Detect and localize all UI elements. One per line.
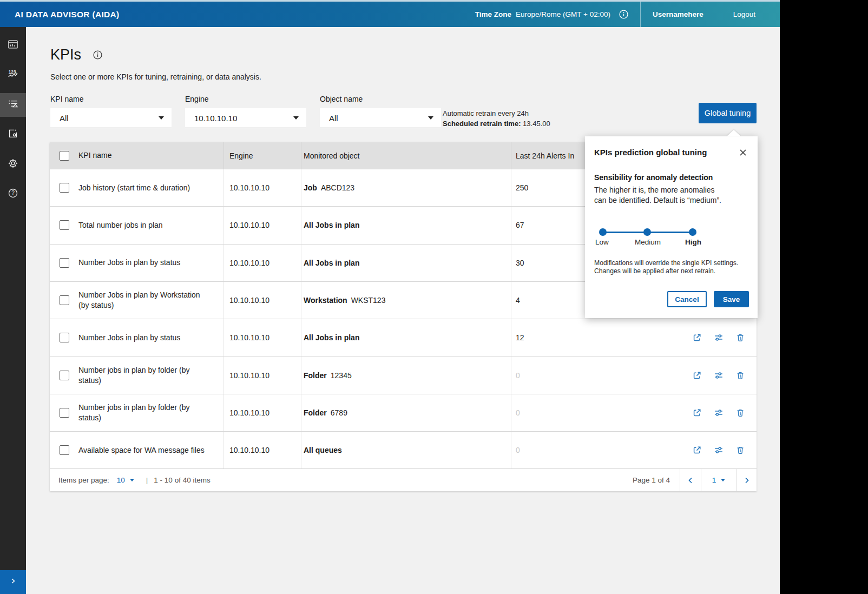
filter-engine-select[interactable]: 10.10.10.10: [185, 108, 306, 128]
sidebar-item-help[interactable]: ?: [0, 182, 26, 206]
kpi-numbers-icon: 123.: [7, 68, 19, 82]
save-button[interactable]: Save: [714, 291, 749, 307]
row-actions: [635, 394, 757, 431]
pagination-bar: Items per page: 10 | 1 - 10 of 40 items …: [50, 468, 757, 491]
open-kpi-icon[interactable]: [692, 370, 702, 381]
table-row: Number Jobs in plan by status10.10.10.10…: [50, 319, 757, 356]
sidebar-item-engine-config[interactable]: [0, 123, 26, 147]
engine-cell: 10.10.10.10: [223, 357, 301, 393]
row-actions: [635, 357, 757, 393]
kpi-name-cell: Number Jobs in plan by status: [74, 245, 223, 281]
page-select-value: 1: [712, 476, 716, 484]
kpi-name-cell: Number jobs in plan by folder (by status…: [74, 357, 223, 393]
tuning-sliders-icon[interactable]: [713, 370, 724, 381]
sidebar-expand-button[interactable]: [0, 570, 26, 594]
logout-button[interactable]: Logout: [733, 10, 755, 18]
chevron-down-icon: [159, 116, 164, 120]
top-bar-right: Time Zone Europe/Rome (GMT + 02:00) User…: [475, 2, 780, 27]
delete-trash-icon[interactable]: [735, 370, 746, 381]
timezone-label: Time Zone: [475, 10, 511, 18]
tuning-sliders-icon[interactable]: [713, 445, 724, 456]
row-checkbox[interactable]: [60, 220, 69, 230]
row-actions: [635, 319, 757, 356]
global-tuning-button[interactable]: Global tuning: [699, 103, 757, 123]
object-type: All Jobs in plan: [304, 259, 359, 267]
delete-trash-icon[interactable]: [735, 332, 746, 343]
row-checkbox[interactable]: [60, 445, 69, 455]
col-header-object: Monitored object: [301, 142, 511, 169]
filter-object-name: Object name All: [320, 95, 441, 128]
delete-trash-icon[interactable]: [735, 445, 746, 456]
retrain-schedule-value: 13.45.00: [523, 120, 550, 128]
sidebar-item-kpis[interactable]: [0, 93, 26, 117]
object-type: Job: [304, 183, 317, 192]
user-section: Usernamehere Logout: [640, 2, 780, 27]
slider-stop-low[interactable]: [599, 228, 607, 236]
object-type: All Jobs in plan: [304, 333, 359, 342]
sensibility-description: The higher it is, the more anomalies can…: [594, 185, 721, 206]
object-id: 6789: [331, 408, 347, 417]
row-actions: [635, 432, 757, 468]
username[interactable]: Usernamehere: [653, 10, 703, 18]
table-row: Number jobs in plan by folder (by status…: [50, 394, 757, 431]
table-row: Available space for WA message files10.1…: [50, 431, 757, 468]
filter-engine: Engine 10.10.10.10: [185, 95, 306, 128]
row-checkbox[interactable]: [60, 371, 69, 380]
popover-note-line2: Changes will be applied after next retra…: [594, 267, 738, 275]
filter-object-name-select[interactable]: All: [320, 108, 441, 128]
kpi-list-icon: [7, 98, 19, 112]
engine-cell: 10.10.10.10: [223, 169, 301, 206]
row-checkbox[interactable]: [60, 183, 69, 193]
row-checkbox[interactable]: [60, 408, 69, 418]
cancel-button[interactable]: Cancel: [667, 291, 707, 307]
slider-stop-medium[interactable]: [643, 228, 651, 236]
select-all-checkbox[interactable]: [60, 151, 69, 161]
top-bar: AI DATA ADVISOR (AIDA) Time Zone Europe/…: [0, 2, 780, 27]
filter-kpi-name-label: KPI name: [50, 95, 172, 103]
col-header-kpi-name: KPI name: [74, 142, 223, 169]
global-tuning-popover: KPIs prediction global tuning Sensibilit…: [585, 136, 758, 318]
open-kpi-icon[interactable]: [692, 332, 702, 343]
row-checkbox[interactable]: [60, 295, 69, 305]
filter-object-name-label: Object name: [320, 95, 441, 103]
timezone-info-icon[interactable]: [619, 10, 628, 19]
delete-trash-icon[interactable]: [735, 407, 746, 418]
sidebar-item-kpi-trends[interactable]: 123.: [0, 63, 26, 87]
slider-stop-high[interactable]: [689, 228, 696, 236]
row-checkbox[interactable]: [60, 333, 69, 342]
page-select[interactable]: 1: [701, 469, 736, 491]
close-icon[interactable]: [737, 147, 749, 159]
sidebar-item-settings[interactable]: [0, 153, 26, 176]
tuning-sliders-icon[interactable]: [713, 332, 724, 343]
slider-label-high: High: [685, 238, 701, 246]
engine-cell: 10.10.10.10: [223, 319, 301, 356]
filter-kpi-name-select[interactable]: All: [50, 108, 172, 128]
chevron-down-icon: [428, 116, 433, 120]
retrain-auto-text: Automatic retrain every 24h: [443, 108, 550, 118]
kpi-name-cell: Total number jobs in plan: [74, 207, 223, 243]
tuning-sliders-icon[interactable]: [713, 407, 724, 418]
col-header-engine: Engine: [223, 142, 301, 169]
chevron-down-icon: [721, 479, 725, 481]
row-checkbox[interactable]: [60, 258, 69, 268]
kpi-name-cell: Number Jobs in plan by Workstation (by s…: [74, 282, 223, 319]
retrain-schedule-text: Scheduled retrain time: 13.45.00: [443, 118, 550, 129]
popover-arrow: [727, 130, 741, 136]
popover-note: Modifications will override the single K…: [594, 259, 738, 275]
sidebar-item-dashboard[interactable]: [0, 34, 26, 57]
retrain-info: Automatic retrain every 24h Scheduled re…: [443, 108, 550, 129]
filter-engine-label: Engine: [185, 95, 306, 103]
open-kpi-icon[interactable]: [692, 407, 702, 418]
table-row: Number jobs in plan by folder (by status…: [50, 356, 757, 393]
object-id: WKST123: [351, 296, 386, 305]
items-per-page-select[interactable]: 10: [117, 476, 134, 484]
object-type: All Jobs in plan: [304, 221, 359, 229]
next-page-button[interactable]: [736, 469, 757, 491]
prev-page-button[interactable]: [680, 469, 701, 491]
filter-kpi-name: KPI name All: [50, 95, 172, 128]
page-info-text: Page 1 of 4: [633, 476, 670, 484]
monitored-object-cell: All Jobs in plan: [301, 207, 511, 243]
open-kpi-icon[interactable]: [692, 445, 702, 456]
page-info-icon[interactable]: [93, 50, 102, 60]
chevron-right-icon: [9, 577, 17, 587]
